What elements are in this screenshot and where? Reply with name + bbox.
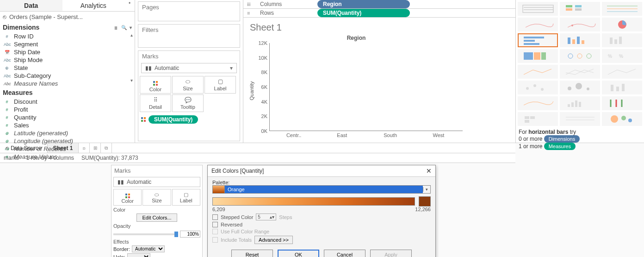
mark-type-dropdown-2[interactable]: ▮▮ Automatic: [113, 177, 200, 187]
measure-field[interactable]: #Measure Values: [4, 153, 135, 161]
mark2-size-button[interactable]: ⬭Size: [142, 189, 171, 206]
rows-shelf[interactable]: ≡ Rows SUM(Quantity): [243, 9, 515, 18]
dataset-name[interactable]: ⎋ Orders (Sample - Superst...: [0, 12, 135, 22]
svg-rect-5: [575, 5, 582, 7]
search-icon[interactable]: 🔍: [121, 25, 127, 30]
reversed-checkbox[interactable]: [212, 222, 218, 227]
show-me-thumb-14[interactable]: [602, 65, 642, 79]
automatic-mark-icon: ▮▮: [118, 179, 124, 185]
detail-icon: ⠿: [154, 97, 158, 103]
show-me-thumb-2[interactable]: [602, 2, 642, 16]
show-me-thumb-9[interactable]: [518, 49, 558, 63]
svg-point-26: [577, 54, 582, 58]
y-tick: 10K: [252, 55, 267, 61]
show-me-thumb-19[interactable]: [560, 96, 600, 110]
halo-select[interactable]: [127, 253, 150, 257]
field-type-icon: #: [4, 155, 10, 159]
columns-pill-region[interactable]: Region: [317, 0, 410, 8]
view-icon[interactable]: ⫼: [114, 25, 118, 30]
apply-button[interactable]: Apply: [370, 250, 412, 257]
show-me-thumb-0[interactable]: [518, 2, 558, 16]
measure-field[interactable]: #Discount: [4, 98, 135, 106]
steps-spinner[interactable]: 5▴▾: [256, 213, 276, 220]
mark-detail-button[interactable]: ⠿Detail: [140, 94, 171, 112]
rows-pill-sum-quantity[interactable]: SUM(Quantity): [317, 9, 410, 17]
reset-button[interactable]: Reset: [231, 250, 273, 257]
datasource-icon: ⎋: [3, 13, 6, 20]
mark-tooltip-button[interactable]: 💬Tooltip: [172, 94, 204, 112]
show-me-thumb-20[interactable]: [602, 96, 642, 110]
label-icon: ▢: [184, 192, 188, 198]
opacity-input[interactable]: [180, 231, 200, 238]
mark2-color-button[interactable]: Color: [113, 189, 142, 206]
sheet-title[interactable]: Sheet 1: [250, 20, 509, 35]
dimension-field[interactable]: AbcSegment: [4, 40, 135, 48]
bar-chart[interactable]: Region Quantity Centr..EastSouthWest 0K2…: [250, 35, 463, 141]
show-me-thumb-6[interactable]: [518, 33, 558, 47]
show-me-thumb-5[interactable]: [602, 18, 642, 31]
advanced-button[interactable]: Advanced >>: [254, 236, 293, 244]
svg-rect-19: [610, 38, 613, 44]
tab-close[interactable]: •: [124, 0, 135, 11]
dropdown-icon[interactable]: ▾: [130, 25, 132, 30]
show-me-thumb-15[interactable]: [518, 81, 558, 94]
worksheet-area: iii Columns Region ≡ Rows SUM(Quantity) …: [243, 0, 515, 143]
show-me-thumb-1[interactable]: [560, 2, 600, 16]
palette-dropdown[interactable]: Orange ▾: [212, 185, 431, 194]
edit-colors-button[interactable]: Edit Colors...: [136, 213, 178, 222]
show-me-thumb-23[interactable]: [602, 112, 642, 126]
dimension-field[interactable]: AbcSub-Category: [4, 72, 135, 80]
opacity-slider[interactable]: [113, 233, 178, 235]
measure-field[interactable]: ⊕Longitude (generated): [4, 137, 135, 145]
show-me-thumb-8[interactable]: [602, 33, 642, 47]
svg-rect-38: [622, 84, 625, 91]
color-pill[interactable]: SUM(Quantity): [149, 115, 198, 124]
mark2-label-button[interactable]: ▢Label: [172, 189, 200, 206]
show-me-thumb-21[interactable]: [518, 112, 558, 126]
stepped-color-checkbox[interactable]: [212, 214, 218, 220]
show-me-thumb-4[interactable]: [560, 18, 600, 31]
show-me-thumb-7[interactable]: [560, 33, 600, 47]
ok-button[interactable]: OK: [278, 250, 319, 257]
dimension-field[interactable]: AbcShip Mode: [4, 56, 135, 64]
measure-field[interactable]: #Profit: [4, 106, 135, 113]
dimension-field[interactable]: #Row ID: [4, 32, 135, 40]
measure-field[interactable]: ⊕Latitude (generated): [4, 129, 135, 137]
tab-analytics[interactable]: Analytics: [62, 0, 125, 11]
dimension-field[interactable]: AbcMeasure Names: [4, 80, 135, 88]
columns-shelf[interactable]: iii Columns Region: [243, 0, 515, 9]
border-select[interactable]: Automatic: [132, 245, 165, 252]
mark-type-dropdown[interactable]: ▮▮ Automatic ▾: [141, 63, 237, 73]
color-end-swatch[interactable]: [419, 196, 431, 207]
color-gradient[interactable]: [212, 197, 415, 206]
measure-field[interactable]: =#Number of Records: [4, 145, 135, 153]
dimension-field[interactable]: 📅Ship Date: [4, 48, 135, 56]
scroll-down-icon[interactable]: ▾: [130, 78, 133, 83]
mark-size-button[interactable]: ⬭Size: [172, 76, 204, 94]
show-me-thumb-17[interactable]: [602, 81, 642, 94]
mark-label-button[interactable]: ▢Label: [204, 76, 236, 94]
cancel-button[interactable]: Cancel: [324, 250, 365, 257]
measure-field[interactable]: #Sales: [4, 121, 135, 129]
pages-shelf[interactable]: Pages: [138, 2, 240, 13]
show-me-thumb-13[interactable]: [560, 65, 600, 79]
measure-field[interactable]: #Quantity: [4, 113, 135, 121]
tab-data[interactable]: Data: [0, 0, 62, 11]
close-icon[interactable]: ✕: [426, 167, 432, 175]
show-me-thumb-22[interactable]: [560, 112, 600, 126]
show-me-thumb-10[interactable]: [560, 49, 600, 63]
color-section-label: Color: [113, 207, 200, 213]
show-me-thumb-16[interactable]: [560, 81, 600, 94]
dimension-field[interactable]: ⊕State: [4, 64, 135, 72]
x-tick: West: [433, 132, 444, 138]
filters-shelf[interactable]: Filters: [138, 25, 240, 35]
show-me-thumb-12[interactable]: [518, 65, 558, 79]
field-label: Profit: [14, 106, 28, 113]
show-me-thumb-3[interactable]: [518, 18, 558, 31]
mark-color-button[interactable]: Color: [140, 76, 171, 94]
show-me-thumb-18[interactable]: [518, 96, 558, 110]
chart-title: Region: [250, 35, 463, 41]
color-icon: [125, 191, 130, 198]
scroll-up-icon[interactable]: ▴: [130, 32, 133, 38]
show-me-thumb-11[interactable]: %%: [602, 49, 642, 63]
